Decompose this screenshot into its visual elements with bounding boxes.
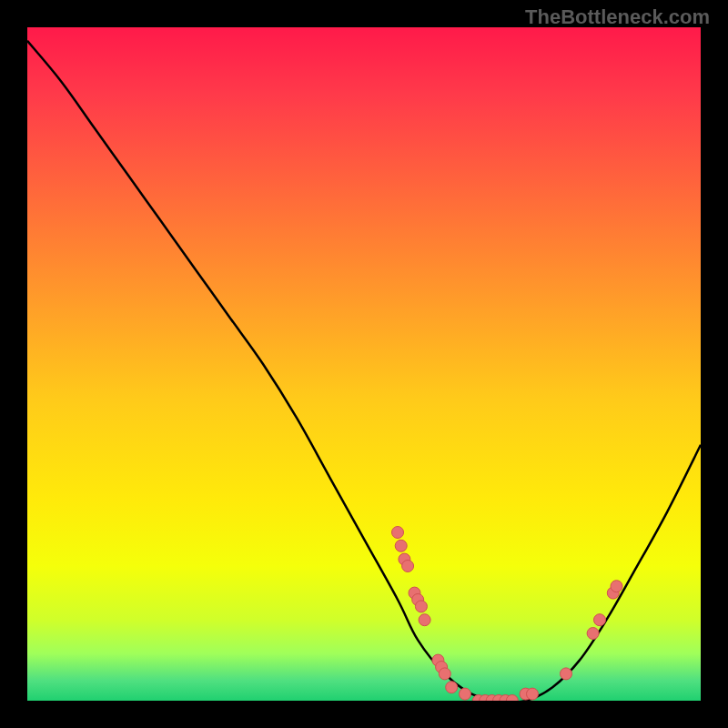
data-point [439, 668, 450, 680]
data-point [594, 614, 606, 626]
data-point [587, 628, 599, 640]
data-point [392, 527, 404, 539]
data-point [402, 561, 414, 572]
data-point [395, 540, 407, 551]
chart-plot-area [27, 27, 701, 701]
data-point [415, 601, 427, 612]
data-point [561, 668, 572, 680]
data-point [419, 614, 430, 626]
data-point [611, 581, 622, 592]
data-point [460, 688, 471, 700]
chart-svg [27, 27, 701, 701]
data-point [527, 688, 539, 700]
watermark-text: TheBottleneck.com [525, 5, 710, 29]
data-points-group [392, 527, 623, 702]
data-point [446, 682, 458, 693]
bottleneck-curve [27, 41, 701, 701]
